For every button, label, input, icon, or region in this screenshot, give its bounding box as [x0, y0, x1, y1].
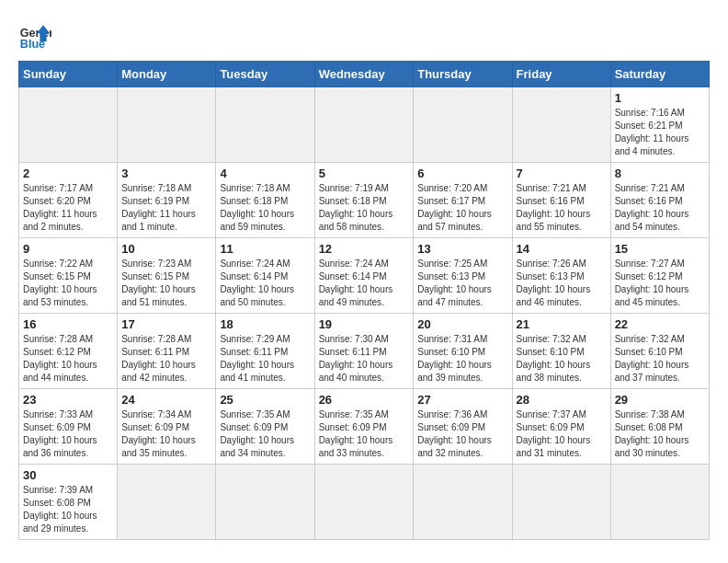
calendar-cell: 18Sunrise: 7:29 AM Sunset: 6:11 PM Dayli… — [216, 314, 314, 389]
day-info: Sunrise: 7:24 AM Sunset: 6:14 PM Dayligh… — [319, 258, 410, 309]
calendar-cell: 7Sunrise: 7:21 AM Sunset: 6:16 PM Daylig… — [512, 163, 610, 238]
day-number: 27 — [417, 393, 507, 407]
logo: General Blue — [18, 18, 51, 52]
calendar-cell — [414, 87, 512, 163]
weekday-sunday: Sunday — [19, 62, 118, 87]
day-number: 24 — [121, 393, 211, 407]
calendar-cell: 14Sunrise: 7:26 AM Sunset: 6:13 PM Dayli… — [512, 238, 610, 314]
weekday-thursday: Thursday — [414, 62, 512, 87]
day-info: Sunrise: 7:21 AM Sunset: 6:16 PM Dayligh… — [517, 182, 607, 234]
calendar-cell: 29Sunrise: 7:38 AM Sunset: 6:08 PM Dayli… — [610, 389, 709, 465]
day-number: 9 — [23, 242, 113, 256]
calendar-cell — [118, 87, 216, 163]
day-info: Sunrise: 7:31 AM Sunset: 6:10 PM Dayligh… — [417, 333, 507, 385]
day-number: 12 — [319, 242, 410, 256]
calendar-cell: 28Sunrise: 7:37 AM Sunset: 6:09 PM Dayli… — [512, 389, 610, 465]
calendar-cell — [118, 465, 216, 540]
logo-icon: General Blue — [18, 18, 51, 52]
calendar-cell: 16Sunrise: 7:28 AM Sunset: 6:12 PM Dayli… — [19, 314, 118, 389]
day-number: 5 — [319, 167, 410, 180]
day-info: Sunrise: 7:20 AM Sunset: 6:17 PM Dayligh… — [417, 182, 507, 234]
calendar-cell: 21Sunrise: 7:32 AM Sunset: 6:10 PM Dayli… — [512, 314, 610, 389]
calendar-cell: 15Sunrise: 7:27 AM Sunset: 6:12 PM Dayli… — [610, 238, 709, 314]
day-number: 26 — [319, 393, 410, 407]
day-number: 18 — [220, 317, 310, 331]
day-number: 13 — [417, 242, 507, 256]
day-info: Sunrise: 7:32 AM Sunset: 6:10 PM Dayligh… — [615, 333, 705, 385]
calendar-cell — [216, 87, 314, 163]
day-info: Sunrise: 7:32 AM Sunset: 6:10 PM Dayligh… — [517, 333, 607, 385]
week-row-6: 30Sunrise: 7:39 AM Sunset: 6:08 PM Dayli… — [19, 465, 710, 540]
calendar-cell: 19Sunrise: 7:30 AM Sunset: 6:11 PM Dayli… — [314, 314, 414, 389]
calendar-cell: 27Sunrise: 7:36 AM Sunset: 6:09 PM Dayli… — [414, 389, 512, 465]
calendar-cell: 1Sunrise: 7:16 AM Sunset: 6:21 PM Daylig… — [610, 87, 709, 163]
calendar-cell: 11Sunrise: 7:24 AM Sunset: 6:14 PM Dayli… — [216, 238, 314, 314]
day-info: Sunrise: 7:27 AM Sunset: 6:12 PM Dayligh… — [615, 258, 705, 309]
calendar-cell — [610, 465, 709, 540]
week-row-2: 2Sunrise: 7:17 AM Sunset: 6:20 PM Daylig… — [19, 163, 710, 238]
week-row-5: 23Sunrise: 7:33 AM Sunset: 6:09 PM Dayli… — [19, 389, 710, 465]
day-info: Sunrise: 7:28 AM Sunset: 6:12 PM Dayligh… — [23, 333, 113, 385]
day-info: Sunrise: 7:35 AM Sunset: 6:09 PM Dayligh… — [319, 408, 410, 460]
day-number: 16 — [23, 317, 113, 331]
day-info: Sunrise: 7:19 AM Sunset: 6:18 PM Dayligh… — [319, 182, 410, 234]
day-info: Sunrise: 7:35 AM Sunset: 6:09 PM Dayligh… — [220, 408, 310, 460]
day-number: 14 — [517, 242, 607, 256]
day-number: 4 — [220, 167, 310, 180]
calendar-cell: 9Sunrise: 7:22 AM Sunset: 6:15 PM Daylig… — [19, 238, 118, 314]
week-row-3: 9Sunrise: 7:22 AM Sunset: 6:15 PM Daylig… — [19, 238, 710, 314]
day-info: Sunrise: 7:21 AM Sunset: 6:16 PM Dayligh… — [615, 182, 705, 234]
day-info: Sunrise: 7:39 AM Sunset: 6:08 PM Dayligh… — [23, 484, 113, 535]
day-info: Sunrise: 7:37 AM Sunset: 6:09 PM Dayligh… — [517, 408, 607, 460]
calendar-cell: 4Sunrise: 7:18 AM Sunset: 6:18 PM Daylig… — [216, 163, 314, 238]
calendar-cell: 30Sunrise: 7:39 AM Sunset: 6:08 PM Dayli… — [19, 465, 118, 540]
day-info: Sunrise: 7:38 AM Sunset: 6:08 PM Dayligh… — [615, 408, 705, 460]
calendar-table: SundayMondayTuesdayWednesdayThursdayFrid… — [18, 61, 710, 540]
day-number: 11 — [220, 242, 310, 256]
calendar-cell — [314, 87, 414, 163]
weekday-tuesday: Tuesday — [216, 62, 314, 87]
day-number: 25 — [220, 393, 310, 407]
calendar-cell: 17Sunrise: 7:28 AM Sunset: 6:11 PM Dayli… — [118, 314, 216, 389]
day-number: 20 — [417, 317, 507, 331]
day-number: 15 — [615, 242, 705, 256]
day-info: Sunrise: 7:28 AM Sunset: 6:11 PM Dayligh… — [121, 333, 211, 385]
day-info: Sunrise: 7:16 AM Sunset: 6:21 PM Dayligh… — [615, 107, 705, 158]
calendar-cell: 22Sunrise: 7:32 AM Sunset: 6:10 PM Dayli… — [610, 314, 709, 389]
day-number: 7 — [517, 167, 607, 180]
week-row-4: 16Sunrise: 7:28 AM Sunset: 6:12 PM Dayli… — [19, 314, 710, 389]
calendar-cell — [19, 87, 118, 163]
day-info: Sunrise: 7:25 AM Sunset: 6:13 PM Dayligh… — [417, 258, 507, 309]
calendar-cell: 20Sunrise: 7:31 AM Sunset: 6:10 PM Dayli… — [414, 314, 512, 389]
day-number: 29 — [615, 393, 705, 407]
calendar-cell — [512, 87, 610, 163]
calendar-cell: 12Sunrise: 7:24 AM Sunset: 6:14 PM Dayli… — [314, 238, 414, 314]
day-info: Sunrise: 7:33 AM Sunset: 6:09 PM Dayligh… — [23, 408, 113, 460]
day-info: Sunrise: 7:23 AM Sunset: 6:15 PM Dayligh… — [121, 258, 211, 309]
day-number: 30 — [23, 468, 113, 482]
day-number: 3 — [121, 167, 211, 180]
calendar-cell — [314, 465, 414, 540]
day-info: Sunrise: 7:18 AM Sunset: 6:18 PM Dayligh… — [220, 182, 310, 234]
page-header: General Blue — [18, 18, 710, 52]
day-number: 2 — [23, 167, 113, 180]
calendar-cell — [216, 465, 314, 540]
weekday-header-row: SundayMondayTuesdayWednesdayThursdayFrid… — [19, 62, 710, 87]
day-number: 28 — [517, 393, 607, 407]
calendar-cell: 5Sunrise: 7:19 AM Sunset: 6:18 PM Daylig… — [314, 163, 414, 238]
day-number: 6 — [417, 167, 507, 180]
day-info: Sunrise: 7:24 AM Sunset: 6:14 PM Dayligh… — [220, 258, 310, 309]
day-info: Sunrise: 7:36 AM Sunset: 6:09 PM Dayligh… — [417, 408, 507, 460]
weekday-wednesday: Wednesday — [314, 62, 414, 87]
day-number: 21 — [517, 317, 607, 331]
day-number: 22 — [615, 317, 705, 331]
calendar-cell: 23Sunrise: 7:33 AM Sunset: 6:09 PM Dayli… — [19, 389, 118, 465]
day-info: Sunrise: 7:26 AM Sunset: 6:13 PM Dayligh… — [517, 258, 607, 309]
day-info: Sunrise: 7:29 AM Sunset: 6:11 PM Dayligh… — [220, 333, 310, 385]
calendar-cell: 6Sunrise: 7:20 AM Sunset: 6:17 PM Daylig… — [414, 163, 512, 238]
calendar-cell: 2Sunrise: 7:17 AM Sunset: 6:20 PM Daylig… — [19, 163, 118, 238]
day-number: 10 — [121, 242, 211, 256]
calendar-cell: 25Sunrise: 7:35 AM Sunset: 6:09 PM Dayli… — [216, 389, 314, 465]
calendar-cell — [414, 465, 512, 540]
day-number: 23 — [23, 393, 113, 407]
